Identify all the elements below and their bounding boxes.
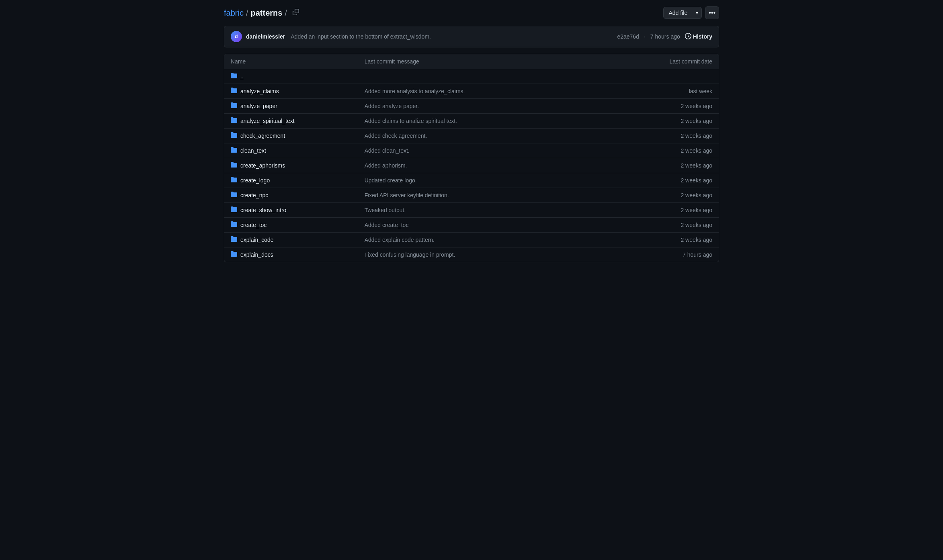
file-name-link[interactable]: create_logo <box>240 177 270 184</box>
copy-icon[interactable] <box>293 9 299 17</box>
folder-icon <box>231 72 237 80</box>
file-name-link[interactable]: clean_text <box>240 147 266 154</box>
dropdown-chevron-icon: ▾ <box>696 10 698 16</box>
folder-icon <box>231 221 237 229</box>
table-row: analyze_spiritual_text Added claims to a… <box>224 114 719 129</box>
table-row: create_logo Updated create logo. 2 weeks… <box>224 173 719 188</box>
date-cell: 2 weeks ago <box>632 237 712 243</box>
table-body: .. analyze_claims Added more analysis to… <box>224 69 719 262</box>
date-cell: 2 weeks ago <box>632 133 712 139</box>
file-name-cell: check_agreement <box>231 132 365 140</box>
date-cell: 7 hours ago <box>632 251 712 258</box>
breadcrumb-repo-name: patterns <box>250 8 282 18</box>
file-name-link[interactable]: analyze_paper <box>240 103 277 109</box>
file-name-link[interactable]: explain_code <box>240 237 274 243</box>
date-cell: last week <box>632 88 712 94</box>
header-actions: Add file ▾ ••• <box>663 6 719 19</box>
folder-icon <box>231 117 237 125</box>
table-row: explain_code Added explain code pattern.… <box>224 233 719 247</box>
commit-info-left: d danielmiessler Added an input section … <box>231 31 431 42</box>
file-name-cell: explain_docs <box>231 251 365 259</box>
table-row: create_aphorisms Added aphorism. 2 weeks… <box>224 158 719 173</box>
commit-msg-cell: Added clean_text. <box>365 147 632 154</box>
file-name-link[interactable]: check_agreement <box>240 133 285 139</box>
date-cell: 2 weeks ago <box>632 103 712 109</box>
file-name-cell: create_logo <box>231 176 365 184</box>
folder-icon <box>231 191 237 199</box>
file-name-cell: create_npc <box>231 191 365 199</box>
file-name-cell: .. <box>231 72 365 80</box>
history-label: History <box>693 33 712 40</box>
folder-icon <box>231 102 237 110</box>
avatar: d <box>231 31 242 42</box>
date-cell: 2 weeks ago <box>632 118 712 124</box>
file-name-link[interactable]: create_toc <box>240 222 266 228</box>
file-name-link[interactable]: create_aphorisms <box>240 162 285 169</box>
table-row: create_npc Fixed API server keyfile defi… <box>224 188 719 203</box>
commit-message: Added an input section to the bottom of … <box>291 33 431 40</box>
table-row: analyze_claims Added more analysis to an… <box>224 84 719 99</box>
commit-msg-cell: Added aphorism. <box>365 162 632 169</box>
file-name-link[interactable]: analyze_claims <box>240 88 279 94</box>
file-name-link[interactable]: create_npc <box>240 192 268 198</box>
folder-icon <box>231 87 237 95</box>
commit-msg-cell: Added more analysis to analyze_claims. <box>365 88 632 94</box>
col-header-commit: Last commit message <box>365 58 632 65</box>
file-name-cell: clean_text <box>231 147 365 155</box>
commit-msg-cell: Added explain code pattern. <box>365 237 632 243</box>
commit-msg-cell: Added create_toc <box>365 222 632 228</box>
commit-msg-cell: Added check agreement. <box>365 133 632 139</box>
commit-author[interactable]: danielmiessler <box>246 33 285 40</box>
date-cell: 2 weeks ago <box>632 207 712 213</box>
date-cell: 2 weeks ago <box>632 192 712 198</box>
more-dots-icon: ••• <box>709 9 715 16</box>
add-file-button-group: Add file ▾ <box>663 7 702 19</box>
breadcrumb-repo-owner[interactable]: fabric <box>224 8 244 18</box>
col-header-name: Name <box>231 58 365 65</box>
breadcrumb-sep1: / <box>246 8 248 18</box>
date-cell: 2 weeks ago <box>632 162 712 169</box>
commit-info-right: e2ae76d · 7 hours ago History <box>617 33 712 41</box>
folder-icon <box>231 236 237 244</box>
table-row: clean_text Added clean_text. 2 weeks ago <box>224 143 719 158</box>
parent-dir-link[interactable]: .. <box>240 73 244 80</box>
table-row: analyze_paper Added analyze paper. 2 wee… <box>224 99 719 114</box>
avatar-initials: d <box>235 34 238 39</box>
clock-icon <box>685 33 691 41</box>
breadcrumb: fabric / patterns / <box>224 8 299 18</box>
commit-dot: · <box>644 33 646 40</box>
file-name-cell: create_aphorisms <box>231 161 365 170</box>
breadcrumb-sep2: / <box>285 8 287 18</box>
add-file-dropdown-button[interactable]: ▾ <box>693 8 701 18</box>
table-row: explain_docs Fixed confusing language in… <box>224 247 719 262</box>
table-row: create_show_intro Tweaked output. 2 week… <box>224 203 719 218</box>
file-name-cell: analyze_claims <box>231 87 365 95</box>
file-table: Name Last commit message Last commit dat… <box>224 54 719 262</box>
add-file-main-button[interactable]: Add file <box>664 7 692 18</box>
file-name-cell: create_show_intro <box>231 206 365 214</box>
commit-msg-cell: Added analyze paper. <box>365 103 632 109</box>
history-link[interactable]: History <box>685 33 712 41</box>
commit-time: 7 hours ago <box>650 33 680 40</box>
table-row: .. <box>224 69 719 84</box>
folder-icon <box>231 161 237 170</box>
date-cell: 2 weeks ago <box>632 222 712 228</box>
table-row: create_toc Added create_toc 2 weeks ago <box>224 218 719 233</box>
date-cell: 2 weeks ago <box>632 147 712 154</box>
folder-icon <box>231 176 237 184</box>
file-name-link[interactable]: create_show_intro <box>240 207 286 213</box>
commit-msg-cell: Updated create logo. <box>365 177 632 184</box>
more-options-button[interactable]: ••• <box>705 6 719 19</box>
folder-icon <box>231 147 237 155</box>
file-name-cell: analyze_paper <box>231 102 365 110</box>
file-name-cell: analyze_spiritual_text <box>231 117 365 125</box>
commit-msg-cell: Added claims to analize spiritual text. <box>365 118 632 124</box>
commit-msg-cell: Fixed API server keyfile definition. <box>365 192 632 198</box>
file-name-link[interactable]: analyze_spiritual_text <box>240 118 295 124</box>
file-name-cell: create_toc <box>231 221 365 229</box>
file-name-link[interactable]: explain_docs <box>240 251 273 258</box>
file-name-cell: explain_code <box>231 236 365 244</box>
commit-hash[interactable]: e2ae76d <box>617 33 639 40</box>
col-header-date: Last commit date <box>632 58 712 65</box>
table-row: check_agreement Added check agreement. 2… <box>224 129 719 143</box>
